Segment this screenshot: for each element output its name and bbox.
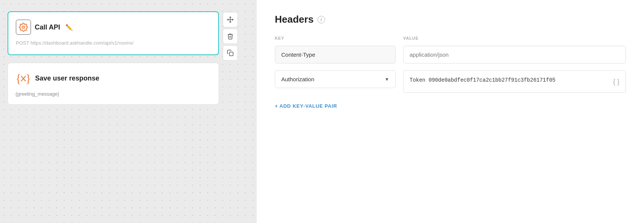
value-column-label: VALUE — [403, 36, 626, 40]
headers-panel: Headers i KEY VALUE Authorization ▼ Toke… — [257, 0, 644, 223]
content-type-row — [275, 46, 626, 63]
key-column-label: KEY — [275, 36, 396, 40]
authorization-label: Authorization — [281, 76, 314, 82]
content-type-value-input[interactable] — [403, 46, 626, 63]
save-response-card[interactable]: { } Save user response {greeting_message… — [8, 63, 219, 105]
curly-braces-button[interactable]: { } — [613, 77, 619, 87]
response-variable: {greeting_message} — [15, 91, 211, 97]
call-api-card[interactable]: Call API ✏️ POST https://dashboard.askha… — [8, 11, 219, 55]
card-header: Call API ✏️ — [16, 20, 211, 35]
column-headers: KEY VALUE — [275, 36, 626, 40]
copy-icon — [227, 50, 234, 56]
info-icon[interactable]: i — [317, 16, 325, 23]
call-api-subtitle: POST https://dashboard.askhandle.com/api… — [16, 39, 211, 47]
move-icon — [227, 16, 234, 23]
canvas-panel: Call API ✏️ POST https://dashboard.askha… — [0, 0, 257, 223]
authorization-row: Authorization ▼ Token 090de0abdfec0f17ca… — [275, 70, 626, 93]
curly-x-icon: { } — [15, 71, 31, 87]
call-api-title: Call API — [35, 23, 60, 31]
content-type-key-input[interactable] — [275, 46, 396, 63]
save-response-title: Save user response — [35, 74, 99, 82]
gear-svg-icon — [19, 23, 28, 32]
move-button[interactable] — [223, 12, 238, 27]
edit-icon[interactable]: ✏️ — [65, 24, 73, 31]
panel-title: Headers — [275, 14, 314, 25]
chevron-down-icon: ▼ — [385, 77, 389, 82]
curly-x-svg: { } — [15, 71, 31, 87]
svg-text:{: { — [15, 72, 21, 85]
gear-icon-box — [16, 20, 31, 35]
trash-icon — [227, 33, 234, 40]
authorization-dropdown[interactable]: Authorization ▼ — [275, 70, 396, 88]
panel-title-container: Headers i — [275, 14, 626, 25]
token-value-box: Token 090de0abdfec0f17ca2c1bb27f91c3fb26… — [403, 70, 626, 93]
add-key-value-button[interactable]: + ADD KEY-VALUE PAIR — [275, 103, 337, 109]
token-value-text: Token 090de0abdfec0f17ca2c1bb27f91c3fb26… — [410, 76, 555, 84]
svg-point-0 — [22, 26, 25, 28]
save-response-header: { } Save user response — [15, 71, 211, 87]
copy-button[interactable] — [223, 45, 238, 60]
delete-button[interactable] — [223, 29, 238, 44]
add-kv-label: + ADD KEY-VALUE PAIR — [275, 103, 337, 109]
svg-rect-3 — [230, 52, 233, 56]
action-toolbar — [223, 12, 238, 60]
svg-text:}: } — [25, 72, 31, 85]
